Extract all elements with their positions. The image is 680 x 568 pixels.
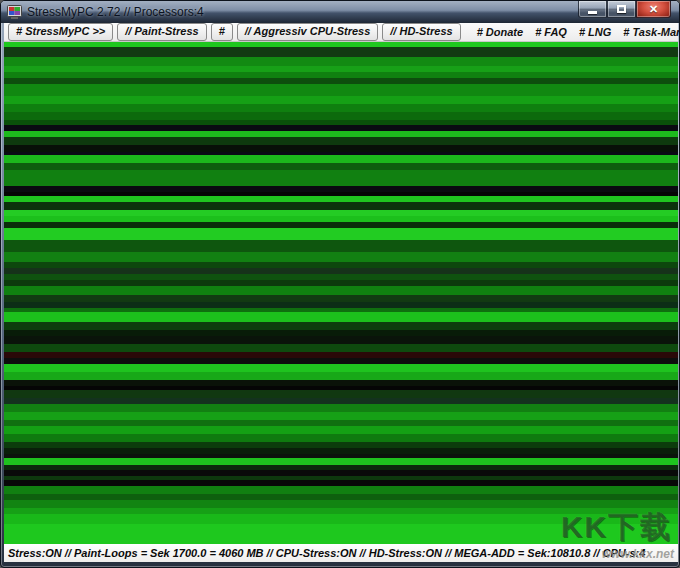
paint-stripe [4,112,678,120]
paint-stripe [4,170,678,186]
title-bar[interactable]: StressMyPC 2.72 // Processors:4 ✕ [1,1,679,23]
app-icon [7,5,22,19]
paint-stripe [4,163,678,170]
menu-item-lng[interactable]: # LNG [575,25,615,40]
menu-item-donate[interactable]: # Donate [473,25,527,40]
paint-stripe [4,364,678,372]
maximize-button[interactable] [607,1,636,18]
menu-bar: # StressMyPC >> // Paint-Stress # // Agg… [4,23,678,42]
paint-stripe [4,137,678,145]
menu-button-hd-stress[interactable]: // HD-Stress [382,23,460,40]
paint-canvas: KK下载 [4,42,678,544]
paint-stripe [4,202,678,210]
paint-stripe [4,500,678,508]
status-bar: Stress:ON // Paint-Loops = Sek 1700.0 = … [4,544,678,562]
maximize-icon [617,5,626,13]
paint-stripe [4,312,678,322]
status-text: Stress:ON // Paint-Loops = Sek 1700.0 = … [8,547,645,559]
paint-stripe [4,295,678,302]
paint-stripe [4,336,678,344]
minimize-icon [588,11,597,14]
app-window: StressMyPC 2.72 // Processors:4 ✕ # Stre… [0,0,680,568]
paint-stripe [4,404,678,412]
paint-stripe [4,240,678,252]
paint-stripe [4,155,678,163]
paint-stripe [4,524,678,544]
paint-stripe [4,390,678,398]
minimize-button[interactable] [578,1,607,18]
window-title: StressMyPC 2.72 // Processors:4 [27,5,204,19]
paint-stripe [4,486,678,494]
paint-stripe [4,412,678,420]
close-button[interactable]: ✕ [636,1,671,18]
paint-stripe [4,514,678,524]
window-controls: ✕ [578,1,671,18]
paint-stripe [4,372,678,380]
paint-stripe [4,145,678,152]
menu-button-paint-stress[interactable]: // Paint-Stress [117,23,206,40]
menu-item-faq[interactable]: # FAQ [531,25,571,40]
paint-stripe [4,426,678,434]
paint-stripe [4,96,678,104]
paint-stripe [4,84,678,96]
menu-button-stressmypc[interactable]: # StressMyPC >> [8,23,113,40]
frame-body: # StressMyPC >> // Paint-Stress # // Agg… [4,23,678,562]
paint-stripe [4,434,678,442]
paint-stripe [4,57,678,66]
paint-stripe [4,458,678,465]
paint-stripe [4,286,678,295]
paint-stripe [4,322,678,330]
menu-item-task-manager[interactable]: # Task-Manager [619,25,680,40]
paint-stripe [4,344,678,352]
paint-stripe [4,47,678,57]
paint-stripe [4,252,678,262]
paint-stripe [4,104,678,112]
menu-button-aggressiv-cpu-stress[interactable]: // Aggressiv CPU-Stress [237,23,379,40]
close-icon: ✕ [649,4,658,15]
paint-stripe [4,228,678,240]
menu-button-hash[interactable]: # [211,23,233,40]
